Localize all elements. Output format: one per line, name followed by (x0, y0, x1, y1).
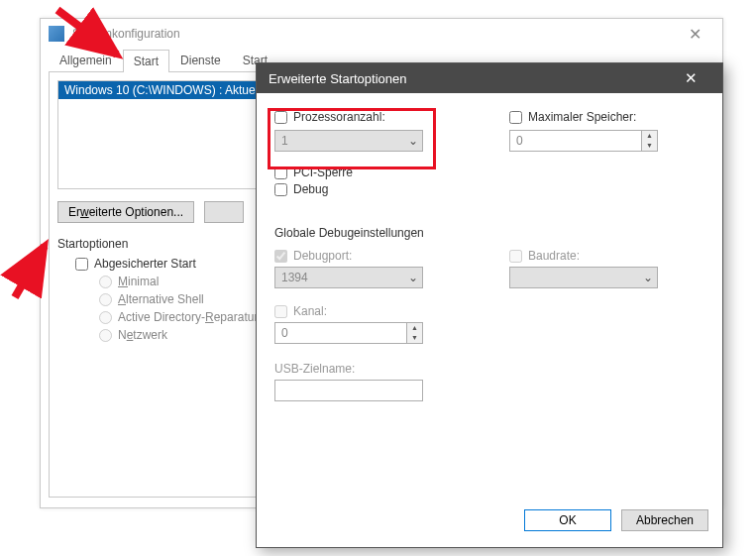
radio-network-text: Netzwerk (118, 328, 167, 342)
radio-minimal-text: Minimal (118, 275, 159, 288)
baudrate-label: Baudrate: (528, 249, 580, 263)
safeboot-input[interactable] (75, 258, 88, 271)
pci-lock-checkbox[interactable]: PCI-Sperre (274, 166, 704, 179)
set-default-button[interactable] (204, 201, 244, 223)
channel-input (274, 305, 287, 318)
tab-general[interactable]: Allgemein (49, 49, 123, 71)
tab-boot[interactable]: Start (123, 50, 169, 72)
baudrate-value (510, 271, 639, 284)
debug-label: Debug (293, 182, 328, 196)
channel-checkbox: Kanal: (274, 304, 704, 318)
modal-titlebar: Erweiterte Startoptionen ✕ (257, 63, 722, 93)
max-mem-label: Maximaler Speicher: (528, 110, 636, 124)
radio-altshell-text: Alternative Shell (118, 292, 204, 306)
baudrate-checkbox: Baudrate: (509, 249, 704, 263)
proc-count-input[interactable] (274, 111, 287, 124)
debugport-input (274, 250, 287, 263)
spin-down-icon: ▼ (407, 333, 422, 343)
spin-down-icon[interactable]: ▼ (642, 141, 657, 151)
global-debug-label: Globale Debugeinstellungen (274, 226, 704, 240)
spin-up-icon[interactable]: ▲ (642, 131, 657, 141)
max-mem-value: 0 (510, 134, 641, 148)
close-icon[interactable]: ✕ (675, 25, 714, 44)
usb-target-field (274, 380, 423, 401)
debugport-label: Debugport: (293, 249, 352, 263)
titlebar: Systemkonfiguration ✕ (41, 19, 722, 49)
spinner-buttons[interactable]: ▲▼ (641, 131, 657, 151)
channel-label: Kanal: (293, 304, 327, 318)
radio-minimal-input (99, 276, 112, 288)
app-icon (49, 26, 64, 42)
channel-spinner: 0 ▲▼ (274, 322, 423, 344)
advanced-options-button[interactable]: Erweiterte Optionen... (57, 201, 194, 223)
usb-target-label: USB-Zielname: (274, 362, 704, 376)
baudrate-combo: ⌄ (509, 267, 658, 288)
proc-count-value: 1 (275, 134, 404, 148)
channel-value: 0 (275, 326, 406, 340)
baudrate-input (509, 250, 522, 263)
pci-lock-label: PCI-Sperre (293, 166, 353, 179)
spinner-buttons: ▲▼ (406, 323, 422, 343)
max-mem-spinner[interactable]: 0 ▲▼ (509, 130, 658, 152)
debugport-combo: 1394 ⌄ (274, 267, 423, 288)
modal-title: Erweiterte Startoptionen (269, 71, 671, 86)
pci-lock-input[interactable] (274, 167, 287, 179)
radio-adrepair-input (99, 311, 112, 324)
proc-count-label: Prozessoranzahl: (293, 110, 385, 124)
radio-adrepair-text: Active Directory-Reparatur (118, 310, 258, 324)
chevron-down-icon: ⌄ (404, 134, 422, 148)
chevron-down-icon: ⌄ (639, 271, 657, 284)
cancel-button[interactable]: Abbrechen (621, 509, 708, 531)
window-title: Systemkonfiguration (72, 27, 675, 41)
debugport-checkbox: Debugport: (274, 249, 470, 263)
debugport-value: 1394 (275, 271, 404, 284)
safeboot-text: Abgesicherter Start (94, 257, 196, 271)
modal-body: Prozessoranzahl: 1 ⌄ Maximaler Speicher:… (257, 93, 722, 500)
max-mem-input[interactable] (509, 111, 522, 124)
advanced-boot-dialog: Erweiterte Startoptionen ✕ Prozessoranza… (256, 62, 723, 548)
radio-altshell-input (99, 293, 112, 306)
proc-count-checkbox[interactable]: Prozessoranzahl: (274, 110, 470, 124)
radio-network-input (99, 329, 112, 342)
chevron-down-icon: ⌄ (404, 271, 422, 284)
modal-close-icon[interactable]: ✕ (671, 69, 710, 87)
debug-input[interactable] (274, 183, 287, 196)
max-mem-checkbox[interactable]: Maximaler Speicher: (509, 110, 704, 124)
tab-services[interactable]: Dienste (169, 49, 232, 71)
modal-footer: OK Abbrechen (257, 500, 722, 547)
proc-count-combo[interactable]: 1 ⌄ (274, 130, 423, 152)
debug-checkbox[interactable]: Debug (274, 182, 704, 196)
spin-up-icon: ▲ (407, 323, 422, 333)
ok-button[interactable]: OK (524, 509, 611, 531)
